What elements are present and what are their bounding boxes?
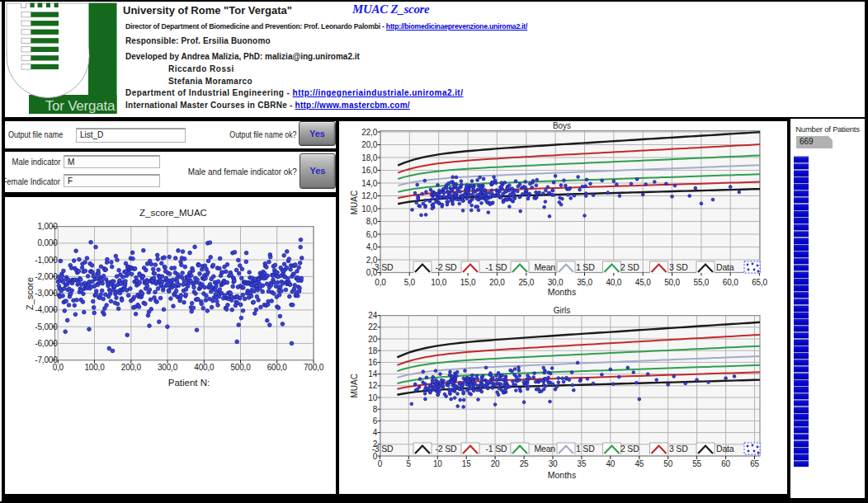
svg-text:2 SD: 2 SD [620,444,639,454]
svg-text:40,0: 40,0 [606,278,621,287]
svg-text:40: 40 [606,459,615,468]
svg-text:-3 SD: -3 SD [372,262,394,272]
svg-text:1 SD: 1 SD [576,444,595,454]
svg-text:300,0: 300,0 [158,363,178,372]
svg-text:2 SD: 2 SD [620,262,639,272]
svg-text:30: 30 [549,459,558,468]
svg-text:-4,000: -4,000 [35,305,58,314]
svg-text:-2 SD: -2 SD [436,444,457,454]
svg-text:Mean: Mean [535,444,556,454]
svg-text:Z_score_MUAC: Z_score_MUAC [139,208,207,218]
svg-text:16,0: 16,0 [361,166,377,175]
svg-text:Months: Months [548,470,576,480]
svg-text:-1 SD: -1 SD [486,444,507,454]
svg-text:200,0: 200,0 [121,363,142,372]
svg-text:Patient N:: Patient N: [168,378,210,388]
svg-text:14: 14 [368,369,377,378]
svg-text:45: 45 [634,459,644,468]
svg-text:24: 24 [368,311,377,320]
svg-text:50,0: 50,0 [664,278,680,287]
svg-text:1 SD: 1 SD [576,262,595,272]
svg-text:4: 4 [373,428,378,437]
svg-text:MUAC: MUAC [350,374,359,397]
svg-text:Data: Data [716,262,734,272]
svg-text:35,0: 35,0 [577,278,592,287]
svg-text:-1,000: -1,000 [35,256,58,265]
svg-text:600,0: 600,0 [267,363,288,372]
svg-text:60: 60 [721,459,730,468]
svg-text:65: 65 [750,459,759,468]
svg-text:-2 SD: -2 SD [436,262,457,272]
svg-text:Girls: Girls [554,306,571,315]
svg-text:16: 16 [368,358,377,367]
svg-text:12: 12 [368,381,377,390]
svg-text:5: 5 [407,459,412,468]
svg-text:-3 SD: -3 SD [372,444,394,454]
svg-text:-2,000: -2,000 [35,272,58,281]
svg-text:0,0: 0,0 [53,363,64,372]
svg-text:20,0: 20,0 [361,140,377,149]
svg-text:6: 6 [373,416,378,425]
svg-text:20,0: 20,0 [489,278,505,287]
svg-text:Months: Months [548,287,576,297]
svg-text:30,0: 30,0 [548,278,564,287]
svg-text:14,0: 14,0 [361,179,377,188]
svg-text:18: 18 [368,346,377,355]
svg-text:Tor Vergata: Tor Vergata [45,98,116,114]
svg-text:15,0: 15,0 [460,278,476,287]
svg-text:60,0: 60,0 [723,278,738,287]
svg-text:-5,000: -5,000 [35,322,58,331]
svg-text:12,0: 12,0 [361,191,377,200]
svg-text:10: 10 [433,459,442,468]
svg-text:Mean: Mean [535,262,556,272]
svg-text:0,0: 0,0 [375,278,386,287]
svg-text:0,000: 0,000 [37,238,58,247]
svg-text:15: 15 [462,459,471,468]
svg-text:Data: Data [716,444,734,454]
svg-text:20: 20 [368,335,377,344]
svg-text:22: 22 [368,322,377,331]
svg-text:Z_score: Z_score [25,277,35,310]
svg-text:MUAC: MUAC [350,190,359,214]
svg-text:25,0: 25,0 [518,278,534,287]
svg-text:3 SD: 3 SD [669,444,688,454]
svg-text:45,0: 45,0 [635,278,651,287]
svg-text:-6,000: -6,000 [35,339,58,348]
svg-text:8,0: 8,0 [366,217,378,226]
svg-text:22,0: 22,0 [361,128,377,137]
svg-text:10,0: 10,0 [431,278,446,287]
svg-text:35: 35 [578,459,587,468]
svg-text:10: 10 [368,393,377,402]
svg-text:5,0: 5,0 [404,278,416,287]
svg-text:0: 0 [378,459,383,468]
svg-text:25: 25 [520,459,529,468]
svg-text:8: 8 [373,405,378,414]
svg-text:55: 55 [692,459,701,468]
svg-text:4,0: 4,0 [366,242,378,252]
svg-text:10,0: 10,0 [361,204,377,214]
svg-text:6,0: 6,0 [366,230,378,239]
svg-text:20: 20 [491,459,500,468]
svg-text:400,0: 400,0 [194,363,215,372]
svg-text:55,0: 55,0 [694,278,710,287]
svg-text:700,0: 700,0 [304,363,324,372]
svg-text:100,0: 100,0 [84,363,105,372]
svg-text:18,0: 18,0 [361,153,377,162]
svg-text:3 SD: 3 SD [669,262,688,272]
svg-text:1,000: 1,000 [37,222,58,231]
svg-text:Boys: Boys [553,121,571,130]
svg-text:50: 50 [663,459,672,468]
svg-text:65,0: 65,0 [752,278,767,287]
svg-text:-1 SD: -1 SD [486,262,507,272]
svg-text:500,0: 500,0 [230,363,251,372]
svg-text:-3,000: -3,000 [35,289,58,298]
